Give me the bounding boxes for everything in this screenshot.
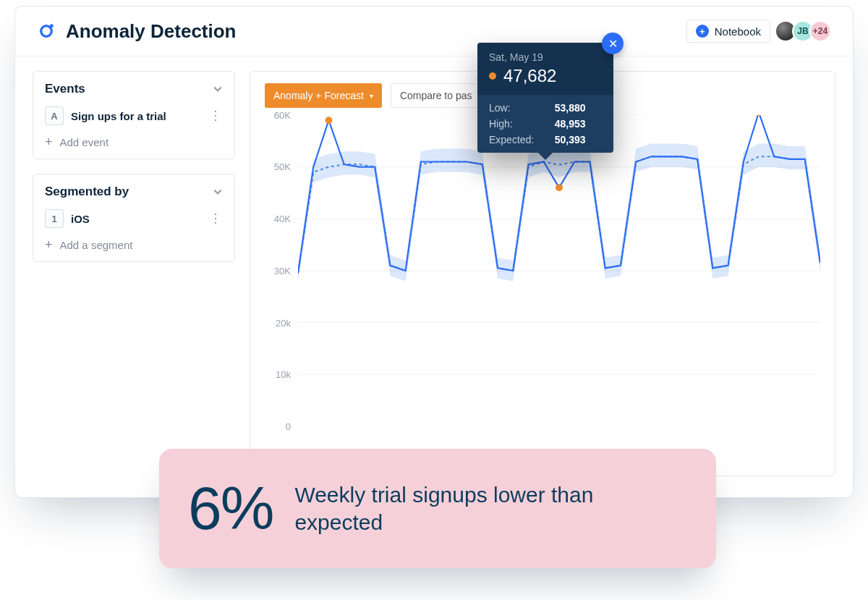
events-title: Events xyxy=(45,82,85,96)
segment-label: iOS xyxy=(71,213,90,225)
plus-circle-icon: + xyxy=(696,25,709,38)
plus-icon: + xyxy=(45,238,53,251)
tooltip-expected-key: Expected: xyxy=(489,134,550,145)
body: Events A Sign ups for a trial ⋯ + Add ev… xyxy=(15,56,853,491)
segment-item[interactable]: 1 iOS ⋯ xyxy=(45,209,223,228)
y-tick: 40K xyxy=(274,214,291,224)
y-tick: 0 xyxy=(286,421,291,432)
tooltip-low-value: 53,880 xyxy=(555,102,602,114)
tooltip-high-key: High: xyxy=(489,118,550,130)
chart-tooltip: ✕ Sat, May 19 47,682 Low: 53,880 High: 4… xyxy=(477,43,613,153)
tooltip-low-key: Low: xyxy=(489,102,550,114)
y-tick: 10k xyxy=(276,369,291,380)
callout-percent: 6% xyxy=(188,473,273,544)
segmented-card: Segmented by 1 iOS ⋯ + Add a segment xyxy=(33,174,235,262)
tooltip-arrow-icon xyxy=(538,153,553,160)
anomaly-forecast-select[interactable]: Anomaly + Forecast ▾ xyxy=(265,83,382,108)
app-window: Anomaly Detection + Notebook JB +24 Even… xyxy=(14,6,854,498)
app-logo-icon xyxy=(37,22,56,41)
chart-panel: Anomaly + Forecast ▾ Compare to pas 60K … xyxy=(250,71,835,476)
chart-svg[interactable] xyxy=(298,115,820,426)
tooltip-date: Sat, May 19 xyxy=(489,51,602,63)
chevron-down-icon[interactable] xyxy=(213,187,223,197)
segment-badge: 1 xyxy=(45,209,64,228)
event-item[interactable]: A Sign ups for a trial ⋯ xyxy=(45,106,223,125)
header: Anomaly Detection + Notebook JB +24 xyxy=(15,7,853,56)
kebab-icon[interactable]: ⋯ xyxy=(210,212,223,225)
avatar-stack[interactable]: JB +24 xyxy=(779,20,831,42)
compare-select[interactable]: Compare to pas xyxy=(391,83,482,108)
y-tick: 20k xyxy=(276,318,291,329)
anomaly-point[interactable] xyxy=(326,117,333,124)
tooltip-value: 47,682 xyxy=(503,66,556,86)
series-dot-icon xyxy=(489,72,496,80)
notebook-button-label: Notebook xyxy=(715,25,761,38)
notebook-button[interactable]: + Notebook xyxy=(686,20,770,43)
chart-area: 60K 50K 40K 30K 20k 10k 0 xyxy=(265,115,820,426)
anomaly-forecast-label: Anomaly + Forecast xyxy=(273,90,364,101)
add-segment-label: Add a segment xyxy=(60,239,133,251)
sidebar: Events A Sign ups for a trial ⋯ + Add ev… xyxy=(33,71,235,476)
compare-label: Compare to pas xyxy=(400,90,472,101)
y-tick: 50K xyxy=(274,161,291,172)
header-right: + Notebook JB +24 xyxy=(686,20,831,43)
add-segment-button[interactable]: + Add a segment xyxy=(45,238,223,251)
events-card: Events A Sign ups for a trial ⋯ + Add ev… xyxy=(33,71,235,159)
event-label: Sign ups for a trial xyxy=(71,110,166,122)
callout-text: Weekly trial signups lower than expected xyxy=(294,481,687,536)
plus-icon: + xyxy=(45,135,53,148)
y-tick: 30K xyxy=(274,266,291,276)
header-left: Anomaly Detection xyxy=(37,20,237,43)
chevron-down-icon: ▾ xyxy=(370,92,373,100)
kebab-icon[interactable]: ⋯ xyxy=(210,109,223,122)
tooltip-expected-value: 50,393 xyxy=(555,134,602,145)
chevron-down-icon[interactable] xyxy=(213,84,223,94)
anomaly-point[interactable] xyxy=(556,184,563,191)
segmented-title: Segmented by xyxy=(45,185,129,199)
insight-callout: 6% Weekly trial signups lower than expec… xyxy=(159,449,716,568)
event-badge: A xyxy=(45,106,64,125)
avatar-overflow[interactable]: +24 xyxy=(809,20,831,42)
y-tick: 60K xyxy=(274,110,291,121)
close-icon[interactable]: ✕ xyxy=(602,33,624,54)
y-axis-labels: 60K 50K 40K 30K 20k 10k 0 xyxy=(265,115,294,426)
tooltip-high-value: 48,953 xyxy=(555,118,602,130)
add-event-label: Add event xyxy=(60,136,109,148)
page-title: Anomaly Detection xyxy=(66,20,237,43)
add-event-button[interactable]: + Add event xyxy=(45,135,223,148)
